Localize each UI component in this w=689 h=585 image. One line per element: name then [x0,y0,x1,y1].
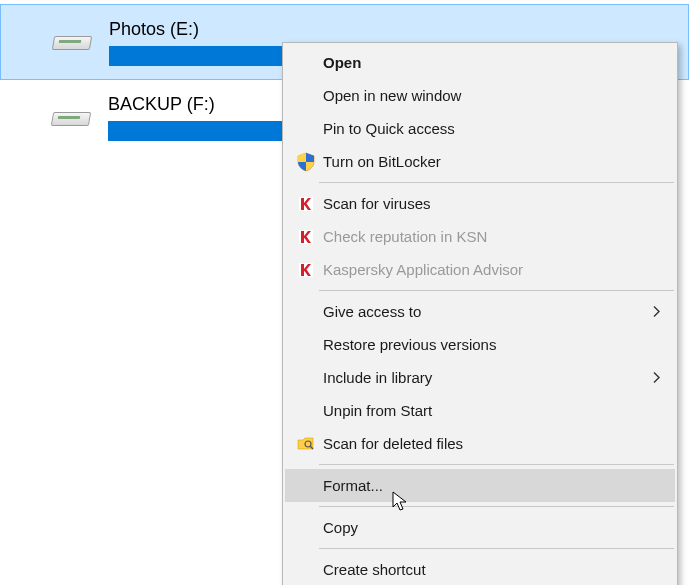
context-menu: Open Open in new window Pin to Quick acc… [282,42,678,585]
menu-label: Open [323,54,645,71]
menu-label: Kaspersky Application Advisor [323,261,645,278]
kaspersky-k-icon [295,193,317,215]
menu-include-library[interactable]: Include in library [285,361,675,394]
menu-check-ksn: Check reputation in KSN [285,220,675,253]
menu-pin-quick-access[interactable]: Pin to Quick access [285,112,675,145]
folder-search-icon [295,433,317,455]
menu-open-new-window[interactable]: Open in new window [285,79,675,112]
menu-label: Create shortcut [323,561,645,578]
drive-label: Photos (E:) [109,19,688,40]
shield-icon [295,151,317,173]
menu-open[interactable]: Open [285,46,675,79]
menu-restore-previous[interactable]: Restore previous versions [285,328,675,361]
menu-label: Pin to Quick access [323,120,645,137]
menu-label: Open in new window [323,87,645,104]
menu-label: Unpin from Start [323,402,645,419]
menu-label: Include in library [323,369,645,386]
menu-scan-deleted[interactable]: Scan for deleted files [285,427,675,460]
menu-bitlocker[interactable]: Turn on BitLocker [285,145,675,178]
menu-unpin-start[interactable]: Unpin from Start [285,394,675,427]
menu-label: Scan for viruses [323,195,645,212]
menu-scan-viruses[interactable]: Scan for viruses [285,187,675,220]
menu-separator [319,290,674,291]
kaspersky-k-icon [295,226,317,248]
chevron-right-icon [653,369,661,386]
menu-format[interactable]: Format... [285,469,675,502]
menu-create-shortcut[interactable]: Create shortcut [285,553,675,585]
menu-label: Copy [323,519,645,536]
menu-label: Format... [323,477,645,494]
menu-label: Give access to [323,303,645,320]
menu-separator [319,548,674,549]
menu-copy[interactable]: Copy [285,511,675,544]
menu-separator [319,464,674,465]
menu-label: Scan for deleted files [323,435,645,452]
menu-kaspersky-advisor: Kaspersky Application Advisor [285,253,675,286]
kaspersky-k-icon [295,259,317,281]
chevron-right-icon [653,303,661,320]
menu-separator [319,182,674,183]
menu-label: Turn on BitLocker [323,153,645,170]
drive-icon [48,104,96,132]
menu-give-access[interactable]: Give access to [285,295,675,328]
menu-label: Restore previous versions [323,336,645,353]
drive-icon [49,28,97,56]
menu-separator [319,506,674,507]
menu-label: Check reputation in KSN [323,228,645,245]
